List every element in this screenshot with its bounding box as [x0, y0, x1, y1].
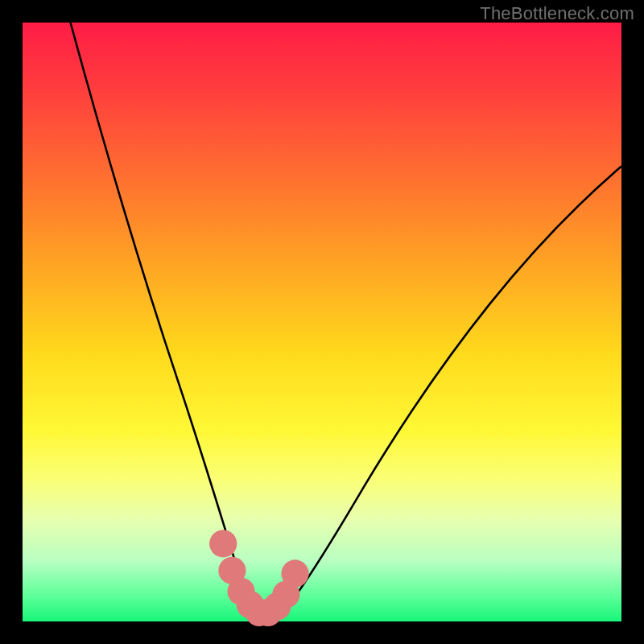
- sweet-spot-dot: [281, 559, 308, 587]
- bottleneck-curve-line: [71, 23, 621, 615]
- chart-frame: TheBottleneck.com: [0, 0, 644, 644]
- watermark-text: TheBottleneck.com: [480, 3, 634, 24]
- sweet-spot-markers: [209, 530, 309, 626]
- sweet-spot-dot: [209, 530, 237, 557]
- chart-svg: [23, 23, 621, 621]
- plot-area: [23, 23, 621, 621]
